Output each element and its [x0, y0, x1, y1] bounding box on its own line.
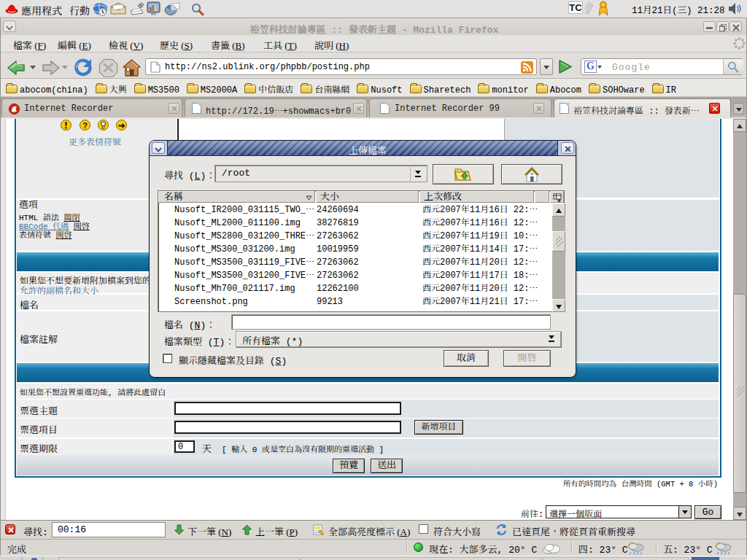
svg-text:?: ?: [82, 121, 88, 130]
